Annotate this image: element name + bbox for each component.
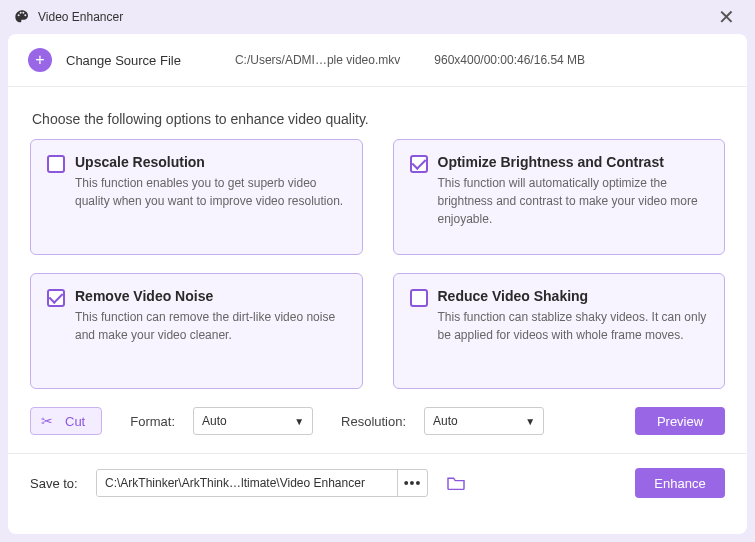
format-value: Auto [202, 414, 227, 428]
option-remove-noise[interactable]: Remove Video Noise This function can rem… [30, 273, 363, 389]
scissors-icon: ✂ [41, 413, 53, 429]
preview-button[interactable]: Preview [635, 407, 725, 435]
checkbox-shaking[interactable] [410, 289, 428, 307]
change-source-link[interactable]: Change Source File [66, 53, 181, 68]
folder-icon [446, 475, 466, 491]
option-title: Reduce Video Shaking [438, 288, 709, 304]
save-to-label: Save to: [30, 476, 86, 491]
option-desc: This function will automatically optimiz… [438, 174, 709, 228]
option-reduce-shaking[interactable]: Reduce Video Shaking This function can s… [393, 273, 726, 389]
option-desc: This function can remove the dirt-like v… [75, 308, 346, 344]
format-select[interactable]: Auto ▼ [193, 407, 313, 435]
chevron-down-icon: ▼ [525, 416, 535, 427]
resolution-select[interactable]: Auto ▼ [424, 407, 544, 435]
checkbox-noise[interactable] [47, 289, 65, 307]
save-row: Save to: ••• Enhance [8, 454, 747, 512]
enhance-button[interactable]: Enhance [635, 468, 725, 498]
save-path-box: ••• [96, 469, 428, 497]
checkbox-brightness[interactable] [410, 155, 428, 173]
option-title: Remove Video Noise [75, 288, 346, 304]
open-folder-button[interactable] [446, 475, 466, 491]
window-title: Video Enhancer [38, 10, 123, 24]
format-label: Format: [130, 414, 175, 429]
instruction-text: Choose the following options to enhance … [8, 87, 747, 139]
titlebar: Video Enhancer ✕ [0, 0, 755, 34]
option-desc: This function can stablize shaky videos.… [438, 308, 709, 344]
cut-button[interactable]: ✂ Cut [30, 407, 102, 435]
option-title: Upscale Resolution [75, 154, 346, 170]
source-meta: 960x400/00:00:46/16.54 MB [434, 53, 585, 67]
main-card: + Change Source File C:/Users/ADMI…ple v… [8, 34, 747, 534]
options-grid: Upscale Resolution This function enables… [8, 139, 747, 389]
checkbox-upscale[interactable] [47, 155, 65, 173]
save-path-input[interactable] [97, 470, 397, 496]
resolution-label: Resolution: [341, 414, 406, 429]
option-upscale-resolution[interactable]: Upscale Resolution This function enables… [30, 139, 363, 255]
option-desc: This function enables you to get superb … [75, 174, 346, 210]
controls-row: ✂ Cut Format: Auto ▼ Resolution: Auto ▼ … [8, 389, 747, 435]
source-path: C:/Users/ADMI…ple video.mkv [235, 53, 400, 67]
more-button[interactable]: ••• [397, 470, 427, 496]
chevron-down-icon: ▼ [294, 416, 304, 427]
source-row: + Change Source File C:/Users/ADMI…ple v… [8, 34, 747, 87]
option-optimize-brightness[interactable]: Optimize Brightness and Contrast This fu… [393, 139, 726, 255]
add-source-button[interactable]: + [28, 48, 52, 72]
close-icon[interactable]: ✕ [712, 7, 741, 27]
resolution-value: Auto [433, 414, 458, 428]
palette-icon [14, 9, 30, 25]
cut-label: Cut [65, 414, 85, 429]
option-title: Optimize Brightness and Contrast [438, 154, 709, 170]
